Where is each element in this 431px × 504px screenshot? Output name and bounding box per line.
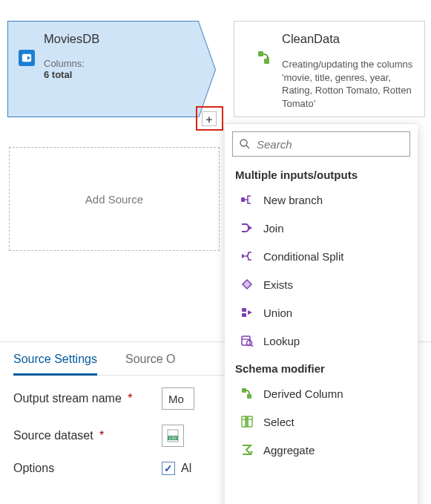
- options-checkbox-label: Al: [181, 462, 191, 475]
- output-stream-value: Mo: [168, 393, 184, 405]
- source-dataset-label: Source dataset: [13, 429, 93, 442]
- svg-rect-24: [245, 416, 249, 427]
- tab-source-settings[interactable]: Source Settings: [13, 348, 97, 376]
- svg-rect-3: [264, 59, 269, 64]
- join-icon: [240, 220, 254, 235]
- menu-item-union[interactable]: Union: [225, 298, 418, 327]
- search-icon: [239, 138, 251, 150]
- csv-file-icon: CSV: [167, 429, 179, 442]
- svg-rect-19: [242, 388, 246, 393]
- required-mark: *: [99, 429, 104, 442]
- node-columns-label: Columns:: [44, 58, 99, 69]
- options-label: Options: [13, 462, 54, 474]
- menu-item-new-branch[interactable]: New branch: [225, 186, 418, 214]
- output-stream-label: Output stream name: [13, 392, 122, 405]
- union-icon: [240, 305, 254, 320]
- node-output-arrow: [198, 22, 215, 118]
- svg-text:CSV: CSV: [169, 436, 177, 440]
- menu-item-derived-column[interactable]: Derived Column: [225, 379, 418, 408]
- menu-item-exists[interactable]: Exists: [225, 270, 418, 298]
- svg-marker-8: [249, 226, 252, 230]
- menu-item-join[interactable]: Join: [225, 214, 418, 242]
- transformation-dropdown: Multiple inputs/outputs New branch Join …: [225, 123, 418, 504]
- menu-item-lookup[interactable]: Lookup: [225, 327, 418, 355]
- svg-line-18: [251, 345, 254, 347]
- menu-item-label: Aggregate: [263, 444, 315, 456]
- menu-item-conditional-split[interactable]: Conditional Split: [225, 242, 418, 270]
- menu-item-label: Select: [263, 416, 295, 428]
- add-transformation-button[interactable]: +: [202, 111, 217, 126]
- source-dataset-picker[interactable]: CSV: [162, 425, 184, 447]
- add-source-button[interactable]: Add Source: [9, 147, 220, 251]
- search-input-wrapper[interactable]: [232, 131, 410, 157]
- svg-rect-20: [247, 394, 251, 399]
- node-description: Creating/updating the columns 'movie, ti…: [282, 58, 415, 110]
- node-cleandata[interactable]: CleanData Creating/updating the columns …: [234, 21, 425, 117]
- plus-icon: +: [206, 113, 213, 125]
- svg-marker-14: [248, 310, 252, 315]
- section-header-multiple: Multiple inputs/outputs: [225, 161, 418, 186]
- options-checkbox[interactable]: ✓: [162, 462, 175, 475]
- select-icon: [240, 414, 254, 429]
- menu-item-aggregate[interactable]: Aggregate: [225, 436, 418, 464]
- new-branch-icon: [240, 192, 254, 207]
- node-title: CleanData: [282, 32, 415, 46]
- svg-rect-7: [241, 197, 245, 202]
- conditional-split-icon: [240, 249, 254, 264]
- required-mark: *: [128, 392, 132, 405]
- svg-rect-2: [258, 51, 263, 56]
- menu-item-label: Exists: [263, 278, 293, 291]
- node-columns-value: 6 total: [44, 69, 72, 80]
- section-header-schema: Schema modifier: [225, 355, 418, 379]
- check-icon: ✓: [164, 462, 173, 474]
- svg-rect-12: [242, 308, 246, 312]
- svg-rect-13: [242, 313, 246, 317]
- node-title: MoviesDB: [44, 32, 99, 46]
- menu-item-select[interactable]: Select: [225, 408, 418, 436]
- derived-column-icon: [240, 386, 254, 401]
- menu-item-label: Lookup: [263, 335, 300, 347]
- menu-item-label: New branch: [263, 194, 323, 206]
- menu-item-label: Conditional Split: [263, 250, 343, 263]
- search-input[interactable]: [255, 137, 404, 151]
- menu-item-label: Union: [263, 307, 292, 319]
- exists-icon: [240, 277, 254, 292]
- flow-canvas: MoviesDB Columns: 6 total CleanData Crea…: [0, 0, 431, 341]
- derived-column-icon: [257, 50, 273, 66]
- output-stream-input[interactable]: Mo: [162, 387, 194, 410]
- menu-item-label: Join: [263, 222, 284, 235]
- node-moviesdb[interactable]: MoviesDB Columns: 6 total: [7, 21, 199, 117]
- svg-point-5: [240, 140, 247, 146]
- svg-marker-9: [242, 254, 246, 258]
- add-source-label: Add Source: [85, 193, 143, 206]
- svg-line-6: [246, 145, 249, 148]
- source-icon: [19, 50, 35, 66]
- menu-item-label: Derived Column: [263, 387, 343, 400]
- lookup-icon: [240, 333, 254, 348]
- aggregate-icon: [240, 442, 254, 457]
- tab-source-options[interactable]: Source O: [125, 348, 176, 375]
